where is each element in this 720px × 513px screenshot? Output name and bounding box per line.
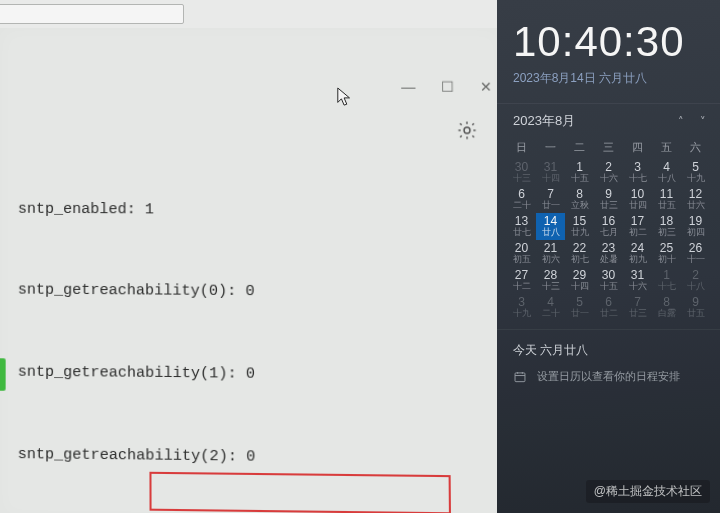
dow-label: 一 <box>536 136 565 159</box>
side-indicator <box>0 358 6 391</box>
calendar-day[interactable]: 21初六 <box>536 240 565 267</box>
log-line: sntp_enabled: 1 <box>18 199 490 222</box>
calendar-day[interactable]: 4二十 <box>536 294 565 321</box>
calendar-day[interactable]: 8立秋 <box>565 186 594 213</box>
svg-rect-1 <box>515 372 525 381</box>
agenda-panel: 今天 六月廿八 设置日历以查看你的日程安排 <box>497 329 720 394</box>
close-button[interactable]: ✕ <box>478 79 495 95</box>
browser-tab-label[interactable]: nfo <box>0 4 184 24</box>
calendar-day[interactable]: 28十三 <box>536 267 565 294</box>
window-controls: — ☐ ✕ <box>400 79 494 95</box>
calendar-day[interactable]: 8白露 <box>652 294 681 321</box>
calendar-day[interactable]: 5十九 <box>681 159 710 186</box>
calendar-day[interactable]: 25初十 <box>652 240 681 267</box>
calendar-day[interactable]: 31十六 <box>623 267 652 294</box>
calendar-day[interactable]: 2十六 <box>594 159 623 186</box>
calendar-day[interactable]: 11廿五 <box>652 186 681 213</box>
calendar-grid: 日一二三四五六 30十三31十四1十五2十六3十七4十八5十九6二十7廿一8立秋… <box>497 132 720 323</box>
month-label[interactable]: 2023年8月 <box>513 112 575 130</box>
clock-time: 10:40:30 <box>513 18 704 66</box>
calendar-day[interactable]: 19初四 <box>681 213 710 240</box>
calendar-day[interactable]: 23处暑 <box>594 240 623 267</box>
dow-label: 六 <box>681 136 710 159</box>
divider <box>497 103 720 104</box>
gear-icon[interactable] <box>456 119 479 145</box>
calendar-day[interactable]: 13廿七 <box>507 213 536 240</box>
calendar-day[interactable]: 6二十 <box>507 186 536 213</box>
dow-label: 四 <box>623 136 652 159</box>
calendar-day[interactable]: 16七月 <box>594 213 623 240</box>
terminal-output[interactable]: sntp_enabled: 1 sntp_getreachability(0):… <box>18 158 493 513</box>
calendar-day[interactable]: 22初七 <box>565 240 594 267</box>
prev-month-button[interactable]: ˄ <box>678 115 684 128</box>
watermark-label: @稀土掘金技术社区 <box>586 480 710 503</box>
calendar-day[interactable]: 5廿一 <box>565 294 594 321</box>
calendar-day[interactable]: 3十九 <box>507 294 536 321</box>
calendar-day[interactable]: 10廿四 <box>623 186 652 213</box>
dow-label: 三 <box>594 136 623 159</box>
calendar-day[interactable]: 9廿三 <box>594 186 623 213</box>
dow-label: 日 <box>507 136 536 159</box>
agenda-empty-text: 设置日历以查看你的日程安排 <box>537 369 680 384</box>
browser-address-bar: nfo <box>0 0 497 29</box>
calendar-day[interactable]: 30十三 <box>507 159 536 186</box>
log-line: sntp_getreachability(1): 0 <box>18 362 491 387</box>
minimize-button[interactable]: — <box>400 79 416 95</box>
calendar-flyout: 10:40:30 2023年8月14日 六月廿八 2023年8月 ˄ ˅ 日一二… <box>497 0 720 513</box>
annotation-rectangle <box>149 472 451 513</box>
maximize-button[interactable]: ☐ <box>439 79 456 95</box>
dow-label: 二 <box>565 136 594 159</box>
dow-label: 五 <box>652 136 681 159</box>
calendar-day[interactable]: 31十四 <box>536 159 565 186</box>
agenda-setup-link[interactable]: 设置日历以查看你的日程安排 <box>513 369 706 384</box>
log-line: sntp_getreachability(2): 0 <box>18 445 492 471</box>
calendar-day[interactable]: 27十二 <box>507 267 536 294</box>
calendar-day[interactable]: 6廿二 <box>594 294 623 321</box>
calendar-day-today[interactable]: 14廿八 <box>536 213 565 240</box>
calendar-day[interactable]: 9廿五 <box>681 294 710 321</box>
calendar-day[interactable]: 7廿一 <box>536 186 565 213</box>
calendar-day[interactable]: 26十一 <box>681 240 710 267</box>
clock-date[interactable]: 2023年8月14日 六月廿八 <box>513 70 704 87</box>
calendar-day[interactable]: 20初五 <box>507 240 536 267</box>
calendar-day[interactable]: 4十八 <box>652 159 681 186</box>
next-month-button[interactable]: ˅ <box>700 115 706 128</box>
agenda-today-label: 今天 六月廿八 <box>513 342 706 359</box>
calendar-day[interactable]: 15廿九 <box>565 213 594 240</box>
log-line: sntp_getreachability(0): 0 <box>18 281 490 305</box>
terminal-window: — ☐ ✕ sntp_enabled: 1 sntp_getreachabili… <box>0 28 507 513</box>
calendar-day[interactable]: 7廿三 <box>623 294 652 321</box>
calendar-day[interactable]: 18初三 <box>652 213 681 240</box>
calendar-icon <box>513 370 527 384</box>
svg-point-0 <box>464 127 470 133</box>
calendar-day[interactable]: 12廿六 <box>681 186 710 213</box>
clock-panel: 10:40:30 2023年8月14日 六月廿八 <box>497 0 720 91</box>
calendar-day[interactable]: 17初二 <box>623 213 652 240</box>
calendar-day[interactable]: 1十五 <box>565 159 594 186</box>
calendar-day[interactable]: 29十四 <box>565 267 594 294</box>
calendar-day[interactable]: 1十七 <box>652 267 681 294</box>
calendar-day[interactable]: 24初九 <box>623 240 652 267</box>
calendar-day[interactable]: 30十五 <box>594 267 623 294</box>
calendar-day[interactable]: 2十八 <box>681 267 710 294</box>
calendar-day[interactable]: 3十七 <box>623 159 652 186</box>
